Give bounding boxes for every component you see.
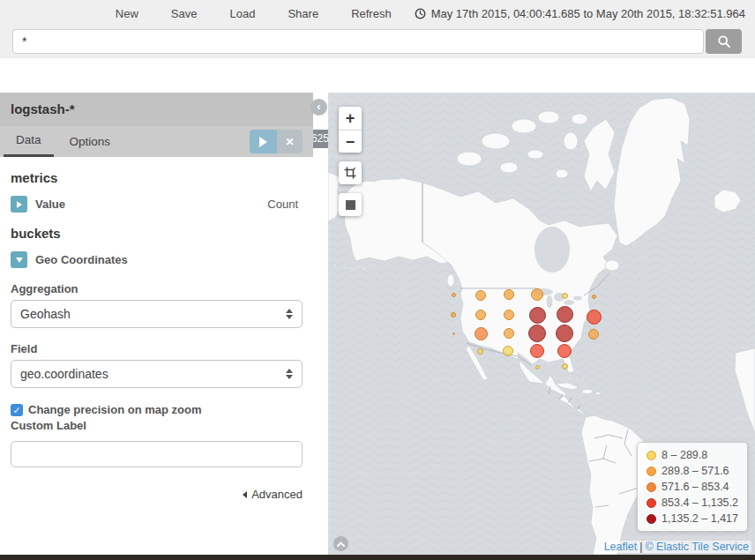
expand-metric-button[interactable] [11, 196, 27, 213]
editor-action-buttons: ✕ [250, 130, 303, 153]
search-input[interactable] [12, 29, 704, 54]
geohash-circle[interactable] [504, 289, 514, 300]
buckets-heading: buckets [11, 226, 303, 241]
metric-type-label: Count [267, 198, 303, 211]
draw-filter-button[interactable] [339, 161, 362, 184]
geohash-circle[interactable] [535, 365, 540, 370]
legend-item: 571.6 – 853.4 [647, 481, 738, 493]
share-button[interactable]: Share [288, 7, 318, 20]
field-label: Field [11, 342, 303, 355]
geohash-circle[interactable] [528, 325, 546, 342]
legend-swatch-icon [647, 467, 656, 476]
legend-item: 289.8 – 571.6 [647, 465, 738, 477]
geohash-circle[interactable] [557, 344, 572, 358]
geohash-circle[interactable] [531, 288, 543, 301]
filter-bar: geo.coordinates: "{ "lat": 50.7364551370… [0, 58, 755, 93]
clock-icon [415, 8, 426, 19]
geohash-circle[interactable] [504, 328, 514, 339]
discard-changes-button[interactable]: ✕ [277, 130, 303, 153]
legend-swatch-icon [647, 514, 656, 524]
app-toolbar: New Save Load Share Refresh May 17th 201… [0, 0, 755, 26]
fit-bounds-button[interactable] [339, 193, 362, 216]
geohash-circle[interactable] [504, 310, 514, 320]
custom-label-input[interactable] [11, 441, 303, 467]
geohash-circle[interactable] [503, 346, 513, 356]
crop-icon [344, 167, 356, 179]
geohash-circle[interactable] [587, 310, 602, 325]
geohash-circle[interactable] [529, 307, 546, 324]
aggregation-selected-value: Geohash [20, 307, 71, 321]
legend-item: 853.4 – 1,135.2 [647, 497, 738, 509]
metric-value-row: Value Count [11, 196, 303, 213]
geohash-circle[interactable] [557, 306, 573, 323]
aggregation-label: Aggregation [11, 282, 303, 295]
advanced-label: Advanced [251, 488, 303, 501]
square-icon [346, 200, 355, 210]
new-button[interactable]: New [116, 7, 138, 20]
zoom-controls: + − [339, 107, 362, 153]
precision-checkbox-label: Change precision on map zoom [28, 403, 201, 416]
select-stepper-icon [286, 309, 293, 319]
geohash-circle[interactable] [475, 290, 486, 301]
tab-data[interactable]: Data [4, 126, 54, 157]
metric-label: Value [35, 198, 65, 211]
geohash-circle[interactable] [477, 348, 483, 355]
geohash-circle[interactable] [452, 293, 456, 297]
legend-item: 1,135.2 – 1,417 [647, 512, 738, 525]
index-pattern-title: logstash-* [0, 93, 313, 126]
collapse-bucket-button[interactable] [11, 251, 27, 268]
geohash-circle[interactable] [530, 344, 544, 358]
advanced-toggle[interactable]: Advanced [11, 488, 303, 501]
scroll-top-button[interactable] [333, 536, 348, 551]
geohash-circle[interactable] [592, 295, 596, 299]
bucket-geo-row: Geo Coordinates [11, 251, 303, 268]
map-legend: 8 – 289.8 289.8 – 571.6 571.6 – 853.4 85… [637, 442, 748, 532]
geohash-circle[interactable] [562, 293, 568, 299]
time-picker[interactable]: May 17th 2015, 04:00:41.685 to May 20th … [415, 7, 745, 20]
legend-item: 8 – 289.8 [647, 449, 738, 461]
chevron-down-icon [16, 258, 23, 263]
refresh-button[interactable]: Refresh [351, 7, 392, 20]
field-select[interactable]: geo.coordinates [11, 360, 303, 388]
search-icon [717, 34, 731, 49]
save-button[interactable]: Save [171, 7, 198, 20]
close-icon: ✕ [285, 136, 294, 148]
aggregation-select[interactable]: Geohash [11, 300, 303, 328]
geohash-circle[interactable] [451, 312, 456, 317]
precision-checkbox-row: ✓ Change precision on map zoom [11, 403, 303, 416]
custom-label-label: Custom Label [11, 419, 303, 432]
geohash-circle[interactable] [556, 325, 573, 342]
bottom-bar [0, 555, 755, 560]
geohash-circle[interactable] [562, 363, 568, 370]
field-selected-value: geo.coordinates [20, 367, 108, 381]
zoom-in-button[interactable]: + [339, 107, 362, 130]
sidebar-tabbar: Data Options ✕ [0, 126, 313, 157]
geohash-circle[interactable] [475, 327, 488, 340]
legend-swatch-icon [647, 498, 656, 508]
load-button[interactable]: Load [230, 7, 256, 20]
select-stepper-icon [286, 369, 293, 379]
search-button[interactable] [706, 29, 742, 54]
play-icon [259, 137, 267, 147]
chevron-right-icon [17, 201, 22, 208]
precision-checkbox[interactable]: ✓ [11, 404, 23, 416]
apply-changes-button[interactable] [250, 130, 277, 153]
geohash-circle[interactable] [588, 329, 599, 340]
map-attribution: Leaflet|© Elastic Tile Service [602, 541, 751, 553]
tile-map[interactable]: + − 8 – 289.8 289.8 – 571.6 571.6 – 853.… [328, 93, 755, 555]
sidebar-content: metrics Value Count buckets Geo Coordina… [0, 170, 313, 501]
legend-swatch-icon [647, 451, 656, 460]
geohash-circle[interactable] [452, 332, 455, 335]
top-chrome: New Save Load Share Refresh May 17th 201… [0, 0, 755, 58]
collapse-sidebar-button[interactable]: ‹ [310, 99, 327, 116]
toolbar-nav: New Save Load Share Refresh [116, 7, 392, 20]
vis-editor-sidebar: logstash-* Data Options ✕ metrics Value … [0, 93, 313, 555]
chevron-up-icon [337, 541, 345, 547]
zoom-out-button[interactable]: − [339, 130, 362, 153]
bucket-label: Geo Coordinates [35, 253, 128, 266]
time-range-label: May 17th 2015, 04:00:41.685 to May 20th … [431, 7, 745, 20]
tab-options[interactable]: Options [57, 126, 123, 157]
leaflet-link[interactable]: Leaflet [604, 541, 638, 553]
tile-service-link[interactable]: © Elastic Tile Service [645, 541, 749, 553]
geohash-circle[interactable] [475, 310, 486, 320]
